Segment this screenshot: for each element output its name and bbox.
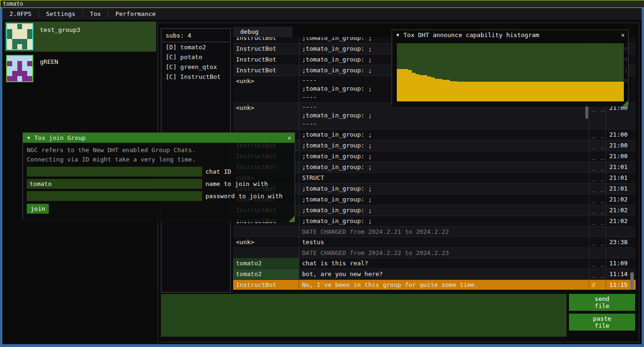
join-group-titlebar[interactable]: ▼ Tox join Group ✕ — [23, 133, 295, 143]
group-name: gREEN — [40, 58, 58, 65]
window-border-right — [642, 8, 644, 344]
name-to-join-with-input[interactable]: tomato — [27, 179, 202, 189]
avatar-pixel — [27, 44, 32, 49]
close-icon[interactable]: ✕ — [284, 134, 295, 141]
subs-member[interactable]: [C] potato — [161, 52, 230, 62]
avatar-pixel — [7, 66, 12, 71]
timestamp: 21:01 — [606, 173, 634, 183]
group-item-green[interactable]: gREEN — [5, 54, 156, 84]
histogram-window-body — [392, 40, 628, 107]
tab-debug[interactable]: debug — [233, 27, 293, 37]
timestamp: 21:00 — [606, 151, 634, 162]
histogram-bar — [503, 82, 507, 101]
subs-member[interactable]: [C] InstructBot — [161, 72, 230, 82]
menu-performance[interactable]: Performance — [108, 8, 163, 20]
chat-message-row[interactable]: tomato2bot, are you new here?_ _11:14 — [233, 269, 636, 280]
avatar-pixel — [7, 24, 12, 29]
histogram-bar — [419, 75, 423, 101]
date-changed-row[interactable]: DATE CHANGED from 2024.2.22 to 2024.2.23 — [233, 248, 636, 258]
avatar-pixel — [7, 56, 12, 61]
histogram-bar — [408, 70, 412, 101]
histogram-bar — [586, 82, 590, 101]
avatar-pixel — [22, 71, 27, 76]
avatar-pixel — [17, 61, 23, 66]
histogram-bar — [578, 82, 582, 101]
avatar-pixel — [22, 61, 27, 66]
avatar-pixel — [17, 56, 23, 61]
chat-message-row[interactable]: <unk>----;tomato_in_group: ;----_ _21:00 — [233, 103, 636, 130]
chat-message-row[interactable]: <unk>testus_ _23:38 — [233, 237, 636, 248]
message-text: ;tomato_in_group: ; — [299, 130, 589, 140]
date-changed-row[interactable]: DATE CHANGED from 2024.2.21 to 2024.2.22 — [233, 227, 636, 237]
histogram-bar — [484, 82, 487, 101]
timestamp — [606, 248, 634, 258]
sender-name: <unk> — [233, 76, 299, 102]
send-file-button[interactable]: send file — [569, 294, 635, 311]
histogram-bar — [575, 82, 578, 101]
message-text: ;tomato_in_group: ; — [299, 140, 589, 151]
avatar-pixel — [12, 34, 17, 39]
menu-tox[interactable]: Tox — [83, 8, 108, 20]
avatar-pixel — [17, 39, 23, 44]
chat-message-row[interactable]: tomato2chat is this real?_ _11:09 — [233, 258, 636, 269]
histogram-bar — [522, 82, 525, 101]
avatar-pixel — [12, 76, 17, 81]
menu-settings[interactable]: Settings — [39, 8, 83, 20]
delivery-marker: _ _ — [589, 162, 606, 172]
histogram-bar — [454, 81, 457, 101]
timestamp: 21:00 — [606, 103, 634, 129]
join-button[interactable]: join — [27, 204, 49, 214]
sender-name — [233, 227, 299, 237]
delivery-marker: _ _ — [589, 173, 606, 183]
histogram-bar — [397, 69, 401, 101]
paste-file-button[interactable]: paste file — [569, 314, 635, 331]
delivery-marker — [589, 227, 606, 237]
join-group-window[interactable]: ▼ Tox join Group ✕ NGC refers to the New… — [23, 132, 295, 220]
chat-scrollbar[interactable] — [630, 272, 634, 290]
histogram-bar — [431, 77, 435, 101]
histogram-window-titlebar[interactable]: ▼ Tox DHT announce capability histogram … — [392, 30, 628, 40]
avatar-pixel — [7, 71, 12, 76]
avatar-pixel — [27, 39, 32, 44]
timestamp: 21:01 — [606, 162, 634, 172]
avatar-pixel — [27, 76, 32, 81]
sender-name: InstructBot — [233, 44, 299, 54]
group-item-test_group3[interactable]: test_group3 — [5, 22, 156, 52]
histogram-window[interactable]: ▼ Tox DHT announce capability histogram … — [392, 30, 629, 104]
histogram-bar — [495, 82, 499, 101]
subs-member[interactable]: [D] tomato2 — [161, 42, 230, 52]
avatar-pixel — [22, 39, 27, 44]
timestamp: 21:02 — [606, 216, 634, 226]
histogram-bar — [616, 82, 620, 101]
delivery-marker: _ _ — [589, 130, 606, 140]
resize-grip-icon[interactable] — [288, 216, 295, 222]
histogram-bar — [620, 82, 624, 101]
timestamp: 21:02 — [606, 194, 634, 205]
os-window-title[interactable]: tomato — [0, 0, 644, 8]
collapse-icon[interactable]: ▼ — [396, 32, 399, 38]
sender-name — [233, 248, 299, 258]
delivery-marker: _ _ — [589, 205, 606, 216]
timestamp: 21:01 — [606, 184, 634, 194]
message-input[interactable] — [161, 294, 567, 337]
collapse-icon[interactable]: ▼ — [27, 135, 30, 140]
histogram-bar — [507, 82, 510, 101]
subs-member[interactable]: [C] green_qtox — [161, 62, 230, 72]
avatar-pixel — [17, 76, 23, 81]
chat-message-row[interactable]: InstructBotNo, I've been in this group f… — [233, 280, 636, 290]
resize-grip-icon[interactable] — [622, 100, 628, 107]
field-label: name to join with — [205, 180, 268, 187]
message-scrollbar[interactable] — [585, 105, 588, 119]
ngc-info-line: Connecting via ID might take a very long… — [27, 155, 295, 164]
avatar-pixel — [12, 61, 17, 66]
chat-ID-input[interactable] — [27, 167, 202, 177]
avatar-pixel — [17, 34, 23, 39]
timestamp: 11:14 — [606, 269, 634, 279]
password-to-join-with-input[interactable] — [27, 191, 202, 201]
close-icon[interactable]: ✕ — [618, 31, 628, 39]
histogram-bar — [537, 82, 540, 101]
histogram-bar — [593, 82, 597, 101]
histogram-bar — [412, 73, 416, 101]
avatar-pixel — [22, 34, 27, 39]
group-name: test_group3 — [40, 26, 80, 33]
